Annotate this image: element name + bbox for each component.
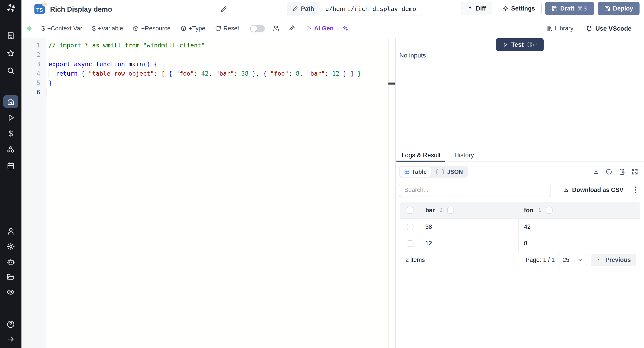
expand-icon[interactable] <box>632 168 638 175</box>
table-row: 128 <box>400 235 640 252</box>
line-number: 6 <box>22 88 46 97</box>
sidebar-item-home[interactable] <box>3 95 18 108</box>
select-all-checkbox[interactable] <box>407 207 414 214</box>
sidebar-item-variables-dollar-icon[interactable]: $ <box>6 129 15 138</box>
workspace-building-icon[interactable] <box>6 31 15 40</box>
deploy-button[interactable]: Deploy <box>598 2 640 15</box>
dollar-icon: $ <box>41 25 45 32</box>
vscode-cat-icon <box>586 25 592 32</box>
row-checkbox[interactable] <box>407 240 414 247</box>
column-filter-checkbox-foo[interactable] <box>546 207 552 214</box>
download-csv-button[interactable]: Download as CSV <box>563 186 624 194</box>
info-icon[interactable] <box>606 168 612 175</box>
clipboard-import-icon[interactable] <box>618 168 625 175</box>
settings-button[interactable]: Settings <box>496 2 542 15</box>
pencil-icon <box>292 6 298 12</box>
sidebar-divider <box>0 94 22 94</box>
sort-icon[interactable] <box>438 207 444 213</box>
add-context-var-button[interactable]: $ +Context Var <box>41 25 82 32</box>
format-brush-icon[interactable] <box>288 25 296 32</box>
table-footer: 2 items Page: 1 / 1 25 Previous <box>400 252 640 268</box>
ai-gen-button[interactable]: AI Gen <box>306 25 334 32</box>
cell-bar: 38 <box>420 219 518 235</box>
windmill-script-editor: $ TS Ri <box>0 0 644 348</box>
sort-icon[interactable] <box>537 207 543 213</box>
line-number: 2 <box>22 50 46 60</box>
collaborators-users-icon[interactable] <box>273 25 280 32</box>
result-view-row: Table { } JSON <box>396 166 644 178</box>
table-search-row: Download as CSV <box>396 183 644 197</box>
use-vscode-button[interactable]: Use VScode <box>586 25 632 32</box>
library-button[interactable]: Library <box>546 25 574 32</box>
script-emoji-badge <box>41 0 48 7</box>
arrow-left-icon <box>596 257 602 263</box>
tab-history[interactable]: History <box>454 152 474 159</box>
code-line[interactable]: return { "table-row-object": [ { "foo": … <box>46 69 393 78</box>
path-value: u/henri/rich_display_demo <box>320 2 422 15</box>
draft-shortcut: ⌘S <box>577 5 588 12</box>
column-header-foo[interactable]: foo <box>524 207 533 214</box>
line-number: 4 <box>22 69 46 78</box>
cell-bar: 12 <box>420 235 518 252</box>
download-icon[interactable] <box>592 168 599 175</box>
sparkles-icon[interactable] <box>342 25 349 32</box>
code-line[interactable] <box>46 50 393 60</box>
line-number: 5 <box>22 78 46 88</box>
scrollbar-marker[interactable] <box>388 82 395 84</box>
wand-icon <box>306 26 312 32</box>
save-icon <box>604 6 610 12</box>
cell-foo: 42 <box>518 219 640 235</box>
page-indicator: Page: 1 / 1 <box>526 256 555 264</box>
sidebar-item-settings-gear-icon[interactable] <box>6 242 15 251</box>
view-option-json[interactable]: { } JSON <box>431 167 467 177</box>
column-filter-checkbox-bar[interactable] <box>447 207 454 214</box>
draft-button[interactable]: Draft ⌘S <box>545 2 594 15</box>
test-button[interactable]: Test ⌘↵ <box>496 38 544 51</box>
result-table: bar foo 3842128 2 items Page: 1 / 1 25 <box>400 202 640 268</box>
windmill-logo-icon[interactable] <box>5 2 16 14</box>
diff-button[interactable]: Diff <box>461 2 492 15</box>
sidebar-item-schedules-calendar-icon[interactable] <box>6 162 15 170</box>
code-line[interactable]: } <box>46 78 393 88</box>
code-line[interactable] <box>46 88 393 97</box>
favorites-star-icon[interactable] <box>6 49 15 58</box>
sidebar-item-folders-icon[interactable] <box>6 272 15 281</box>
sidebar-item-users-icon[interactable] <box>6 227 15 236</box>
table-header-row: bar foo <box>400 202 640 218</box>
add-type-button[interactable]: +Type <box>180 25 205 32</box>
page-size-select[interactable]: 25 <box>559 254 587 266</box>
braces-icon: { } <box>435 169 445 175</box>
page-title: Rich Display demo <box>50 5 112 14</box>
view-option-table[interactable]: Table <box>400 167 431 177</box>
sidebar-item-workers-bot-icon[interactable] <box>6 257 15 266</box>
reset-button[interactable]: Reset <box>215 25 239 32</box>
code-lines[interactable]: // import * as wmill from "windmill-clie… <box>46 38 393 97</box>
sidebar-item-resources-cubes-icon[interactable] <box>6 145 15 154</box>
result-view-switcher: Table { } JSON <box>399 166 468 178</box>
search-icon[interactable] <box>6 66 15 75</box>
add-variable-button[interactable]: $ +Variable <box>92 25 123 32</box>
search-input[interactable] <box>399 183 551 197</box>
package-icon <box>180 26 186 32</box>
code-line[interactable]: // import * as wmill from "windmill-clie… <box>46 41 393 50</box>
sidebar-item-audit-eye-icon[interactable] <box>6 288 15 296</box>
table-row: 3842 <box>400 218 640 235</box>
path-button[interactable]: Path u/henri/rich_display_demo <box>287 2 422 16</box>
edit-summary-pencil-icon[interactable] <box>220 6 227 13</box>
editor-toolbar: $ +Context Var $ +Variable +Resource +Ty… <box>22 19 644 38</box>
column-header-bar[interactable]: bar <box>425 207 435 214</box>
result-action-icons <box>592 168 638 175</box>
row-checkbox[interactable] <box>407 224 414 230</box>
table-menu-kebab-icon[interactable] <box>634 185 638 194</box>
assistant-toggle[interactable] <box>250 25 265 32</box>
code-line[interactable]: export async function main() { <box>46 60 393 69</box>
run-panel: Test ⌘↵ No inputs <box>396 38 644 149</box>
items-count: 2 items <box>406 256 425 264</box>
sidebar-expand-arrow-icon[interactable] <box>6 334 15 344</box>
tab-logs-result[interactable]: Logs & Result <box>402 152 440 159</box>
help-icon[interactable] <box>6 320 15 329</box>
script-status-dot <box>27 26 32 31</box>
add-resource-button[interactable]: +Resource <box>133 25 170 32</box>
previous-page-button[interactable]: Previous <box>591 254 636 266</box>
sidebar-item-runs-play-icon[interactable] <box>6 113 15 122</box>
